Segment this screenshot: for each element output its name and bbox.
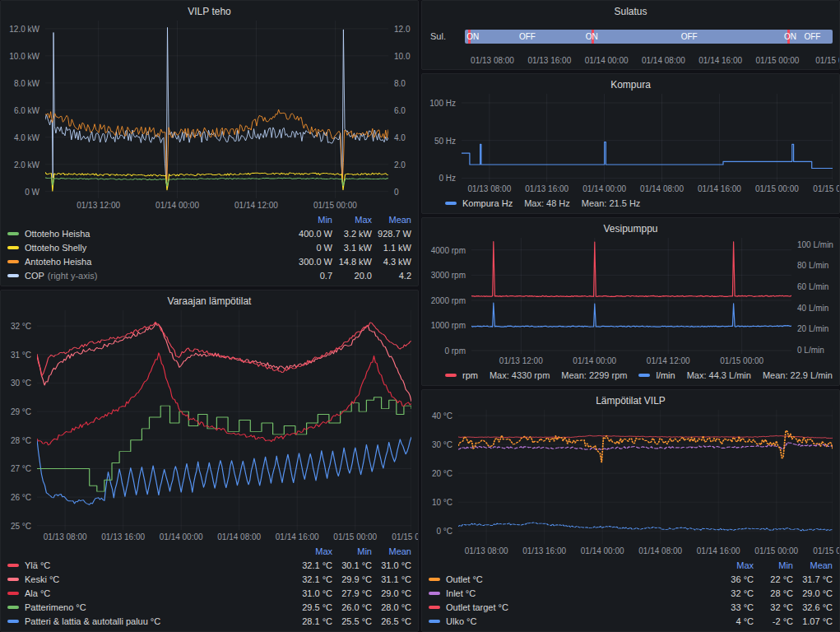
legend-col-header[interactable]: Min bbox=[332, 546, 372, 556]
y-tick-label: 4000 rpm bbox=[431, 245, 466, 254]
legend-series-label[interactable]: Ottoteho Shelly bbox=[7, 243, 293, 253]
vilp-teho-plot[interactable] bbox=[45, 21, 388, 198]
legend-stat-value: 4.2 bbox=[372, 271, 411, 281]
legend-stat-value: 31.0 °C bbox=[372, 560, 411, 570]
y-tick-label: 0 bbox=[394, 187, 399, 196]
legend-stat-value: 29.0 °C bbox=[372, 588, 411, 598]
sulatus-state-bar[interactable]: ONOFFONOFFONOFF bbox=[465, 30, 833, 44]
varaajan-plot[interactable] bbox=[37, 310, 411, 530]
kompura-plot[interactable] bbox=[462, 94, 833, 182]
y-tick-label: 32 °C bbox=[11, 322, 31, 331]
x-axis: 01/13 08:0001/13 16:0001/14 00:0001/14 0… bbox=[465, 53, 833, 66]
legend-col-header[interactable]: Mean bbox=[372, 546, 411, 556]
legend-series-label[interactable]: Antoteho Heisha bbox=[7, 257, 293, 267]
y-tick-label: 60 L/min bbox=[797, 281, 828, 290]
legend-stat-value: 32.1 °C bbox=[293, 560, 332, 570]
x-tick-label: 01/14 16:00 bbox=[697, 546, 740, 555]
x-tick-label: 01/14 00:00 bbox=[573, 356, 616, 365]
y-axis-left: 40 °C30 °C20 °C10 °C0 °C bbox=[429, 410, 458, 544]
series-color-swatch bbox=[7, 232, 19, 235]
legend-stat-value: 32 °C bbox=[714, 588, 754, 598]
legend-series-label[interactable]: Inlet °C bbox=[429, 588, 714, 598]
legend-series-label[interactable]: Patterimeno °C bbox=[7, 602, 293, 612]
legend-col-header[interactable]: Min bbox=[293, 215, 332, 225]
legend-stat-value: 1.07 °C bbox=[793, 616, 833, 626]
y-tick-label: 2000 rpm bbox=[431, 295, 466, 304]
lampotilat-vilp-plot[interactable] bbox=[458, 410, 833, 544]
series-color-swatch bbox=[7, 620, 19, 623]
panel-title-vilp-teho[interactable]: VILP teho bbox=[7, 5, 411, 19]
x-axis: 01/13 12:0001/14 00:0001/14 12:0001/15 0… bbox=[45, 198, 388, 211]
vesipumppu-plot[interactable] bbox=[471, 238, 791, 354]
series-color-swatch bbox=[7, 274, 19, 277]
panel-title-kompura[interactable]: Kompura bbox=[429, 78, 833, 92]
panel-title-lampotilat-vilp[interactable]: Lämpötilat VILP bbox=[429, 394, 833, 408]
x-tick-label: 01/14 00:00 bbox=[581, 546, 624, 555]
legend-col-header[interactable]: Mean bbox=[793, 560, 833, 570]
legend-series-label[interactable]: l/min bbox=[638, 370, 675, 380]
legend-stat-value: Max: 48 Hz bbox=[524, 198, 570, 208]
legend-row: Antoteho Heisha300.0 W14.8 kW4.3 kW bbox=[7, 254, 411, 268]
state-label: ON bbox=[784, 32, 796, 41]
state-label: ON bbox=[466, 32, 479, 41]
legend-series-label[interactable]: COP(right y-axis) bbox=[7, 271, 293, 281]
x-tick-label: 01/13 16:00 bbox=[525, 184, 569, 193]
x-tick-label: 01/14 08:00 bbox=[642, 56, 685, 65]
legend-series-label[interactable]: Outlet target °C bbox=[429, 602, 714, 612]
panel-title-varaajan[interactable]: Varaajan lämpötilat bbox=[7, 295, 411, 309]
legend-stat-value: 31.1 °C bbox=[372, 574, 411, 584]
x-tick-label: 01/13 08:00 bbox=[471, 56, 514, 65]
legend-stat-value: 26.5 °C bbox=[372, 616, 411, 626]
legend-series-label[interactable]: Ylä °C bbox=[7, 560, 293, 570]
legend-stat-value: 29.9 °C bbox=[332, 574, 372, 584]
legend-series-label[interactable]: Ulko °C bbox=[429, 616, 714, 626]
legend-series-label[interactable]: Keski °C bbox=[7, 574, 293, 584]
x-axis: 01/13 08:0001/13 16:0001/14 00:0001/14 0… bbox=[37, 530, 411, 542]
legend-col-header[interactable]: Max bbox=[714, 560, 754, 570]
legend-stat-value: 29.5 °C bbox=[293, 602, 332, 612]
x-tick-label: 01/13 16:00 bbox=[101, 532, 145, 541]
y-tick-label: 12.0 kW bbox=[9, 24, 39, 33]
legend-series-name: Inlet °C bbox=[446, 588, 476, 598]
x-tick-label: 01/14 16:00 bbox=[698, 56, 742, 65]
legend-stat-value: 32.6 °C bbox=[793, 602, 833, 612]
legend-vesipumppu: rpmMax: 4330 rpmMean: 2299 rpml/minMax: … bbox=[429, 368, 833, 382]
panel-title-vesipumppu[interactable]: Vesipumppu bbox=[429, 222, 833, 236]
legend-header-row: MaxMinMean bbox=[429, 558, 833, 572]
y-tick-label: 30 °C bbox=[432, 440, 452, 449]
state-label: OFF bbox=[804, 32, 820, 41]
y-tick-label: 0 L/min bbox=[797, 345, 824, 354]
y-tick-label: 2.0 kW bbox=[14, 160, 39, 169]
legend-series-label[interactable]: Kompura Hz bbox=[445, 198, 513, 208]
x-axis: 01/13 12:0001/14 00:0001/14 12:0001/15 0… bbox=[471, 354, 791, 366]
legend-stat-value: 32 °C bbox=[754, 602, 793, 612]
series-line bbox=[45, 178, 388, 186]
legend-kompura: Kompura HzMax: 48 HzMean: 21.5 Hz bbox=[429, 196, 833, 210]
legend-series-label[interactable]: rpm bbox=[445, 370, 478, 380]
legend-col-header[interactable]: Mean bbox=[372, 215, 411, 225]
legend-series-label[interactable]: Ottoteho Heisha bbox=[7, 229, 293, 239]
y-tick-label: 2.0 bbox=[394, 160, 406, 169]
y-tick-label: 10.0 kW bbox=[9, 51, 39, 60]
y-axis-left: 100 Hz50 Hz0 Hz bbox=[429, 94, 462, 182]
legend-row: COP(right y-axis)0.720.04.2 bbox=[7, 268, 411, 282]
panel-title-sulatus[interactable]: Sulatus bbox=[429, 5, 833, 19]
legend-col-header[interactable]: Min bbox=[754, 560, 793, 570]
legend-series-label[interactable]: Ala °C bbox=[7, 588, 293, 598]
state-label: OFF bbox=[681, 32, 698, 41]
y-tick-label: 27 °C bbox=[11, 464, 31, 473]
chart-canvas bbox=[458, 410, 833, 544]
y-tick-label: 12.0 bbox=[394, 24, 410, 33]
legend-series-label[interactable]: Patteri & lattia & autotalli paluu °C bbox=[7, 616, 293, 626]
series-line bbox=[45, 172, 388, 191]
legend-series-label[interactable]: Outlet °C bbox=[429, 574, 714, 584]
x-tick-label: 01/15 00:00 bbox=[720, 356, 763, 365]
series-color-swatch bbox=[429, 606, 440, 609]
legend-header-row: MinMaxMean bbox=[7, 212, 411, 226]
legend-col-header[interactable]: Max bbox=[293, 546, 332, 556]
chart-canvas bbox=[471, 238, 791, 354]
panel-vesipumppu: Vesipumppu 4000 rpm3000 rpm2000 rpm1000 … bbox=[421, 217, 840, 386]
legend-col-header[interactable]: Max bbox=[332, 215, 372, 225]
legend-series-name: l/min bbox=[656, 370, 675, 380]
legend-series-name: Keski °C bbox=[25, 574, 59, 584]
